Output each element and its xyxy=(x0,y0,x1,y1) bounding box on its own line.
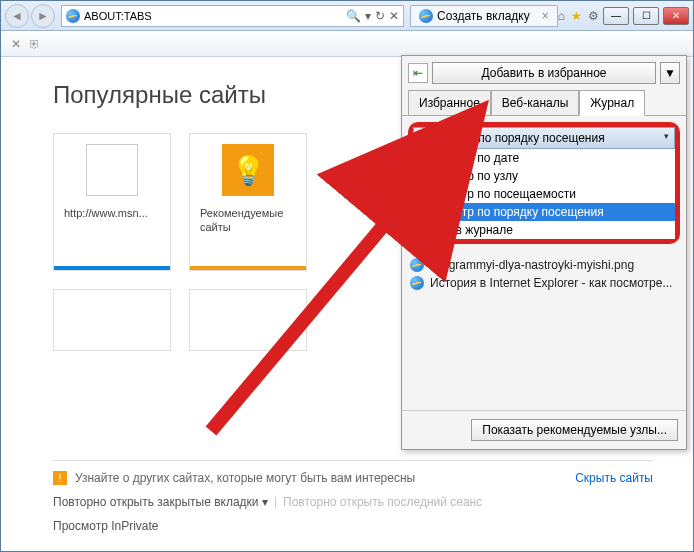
sort-option[interactable]: Поиск в журнале xyxy=(413,221,675,239)
tab-history[interactable]: Журнал xyxy=(579,90,645,116)
maximize-button[interactable]: ☐ xyxy=(633,7,659,25)
close-infobar-icon[interactable]: ✕ xyxy=(11,37,21,51)
close-tab-icon[interactable]: × xyxy=(542,9,549,23)
ie-icon xyxy=(419,9,433,23)
pin-button[interactable]: ⇤ xyxy=(408,63,428,83)
sort-option[interactable]: Просмотр по узлу xyxy=(413,167,675,185)
site-tile[interactable]: http://www.msn... xyxy=(53,133,171,271)
sort-option[interactable]: Просмотр по посещаемости xyxy=(413,185,675,203)
bulb-icon: ! xyxy=(53,471,67,485)
close-button[interactable]: ✕ xyxy=(663,7,689,25)
tab-feeds[interactable]: Веб-каналы xyxy=(491,90,580,116)
browser-tab[interactable]: Создать вкладку × xyxy=(410,5,558,27)
history-list: Programmyi-dlya-nastroyki-myishi.png Ист… xyxy=(402,250,686,410)
back-button[interactable]: ◄ xyxy=(5,4,29,28)
site-tile-empty[interactable] xyxy=(53,289,171,351)
tab-favorites[interactable]: Избранное xyxy=(408,90,491,116)
hide-sites-link[interactable]: Скрыть сайты xyxy=(575,471,653,485)
address-bar[interactable]: 🔍 ▾ ↻ ✕ xyxy=(61,5,404,27)
stop-icon[interactable]: ✕ xyxy=(389,9,399,23)
tile-accent xyxy=(54,266,170,270)
tile-thumb xyxy=(86,144,138,196)
site-tile[interactable]: 💡 Рекомендуемые сайты xyxy=(189,133,307,271)
tile-accent xyxy=(190,266,306,270)
browser-window: ◄ ► 🔍 ▾ ↻ ✕ Создать вкладку × ⌂ ★ ⚙ — ☐ xyxy=(0,0,694,552)
ie-page-icon xyxy=(410,276,424,290)
history-item-label: История в Internet Explorer - как посмот… xyxy=(430,276,672,290)
show-recommended-button[interactable]: Показать рекомендуемые узлы... xyxy=(471,419,678,441)
add-favorites-dropdown[interactable]: ▼ xyxy=(660,62,680,84)
favorites-panel: ⇤ Добавить в избранное ▼ Избранное Веб-к… xyxy=(401,55,687,450)
tile-label: Рекомендуемые сайты xyxy=(200,206,296,235)
reopen-last-session-link: Повторно открыть последний сеанс xyxy=(283,495,482,509)
tab-title: Создать вкладку xyxy=(437,9,530,23)
tile-thumb: 💡 xyxy=(222,144,274,196)
sort-combobox-highlighted: Просмотр по порядку посещения Просмотр п… xyxy=(408,122,680,244)
reopen-closed-tabs-link[interactable]: Повторно открыть закрытые вкладки ▾ xyxy=(53,495,268,509)
tools-gear-icon[interactable]: ⚙ xyxy=(588,9,599,23)
sort-dropdown-list: Просмотр по дате Просмотр по узлу Просмо… xyxy=(413,149,675,239)
history-item-label: Programmyi-dlya-nastroyki-myishi.png xyxy=(430,258,634,272)
history-item[interactable]: Programmyi-dlya-nastroyki-myishi.png xyxy=(410,256,678,274)
ie-icon xyxy=(66,9,80,23)
dropdown-icon[interactable]: ▾ xyxy=(365,9,371,23)
title-bar: ◄ ► 🔍 ▾ ↻ ✕ Создать вкладку × ⌂ ★ ⚙ — ☐ xyxy=(1,1,693,31)
promo-row: ! Узнайте о других сайтах, которые могут… xyxy=(53,460,653,485)
history-item[interactable]: История в Internet Explorer - как посмот… xyxy=(410,274,678,292)
refresh-icon[interactable]: ↻ xyxy=(375,9,385,23)
promo-text: Узнайте о других сайтах, которые могут б… xyxy=(75,471,415,485)
search-icon[interactable]: 🔍 xyxy=(346,9,361,23)
info-bar: ✕ ⛨ xyxy=(1,31,693,57)
forward-button[interactable]: ► xyxy=(31,4,55,28)
home-icon[interactable]: ⌂ xyxy=(558,9,565,23)
shield-icon: ⛨ xyxy=(29,37,41,51)
ie-page-icon xyxy=(410,258,424,272)
inprivate-link[interactable]: Просмотр InPrivate xyxy=(53,519,159,533)
site-tile-empty[interactable] xyxy=(189,289,307,351)
bottom-section: ! Узнайте о других сайтах, которые могут… xyxy=(53,460,653,533)
sort-option[interactable]: Просмотр по порядку посещения xyxy=(413,203,675,221)
sort-option[interactable]: Просмотр по дате xyxy=(413,149,675,167)
favorites-tabstrip: Избранное Веб-каналы Журнал xyxy=(402,90,686,116)
add-to-favorites-button[interactable]: Добавить в избранное xyxy=(432,62,656,84)
minimize-button[interactable]: — xyxy=(603,7,629,25)
address-input[interactable] xyxy=(84,10,342,22)
sort-combobox[interactable]: Просмотр по порядку посещения xyxy=(413,127,675,149)
favorites-star-icon[interactable]: ★ xyxy=(571,9,582,23)
tile-label: http://www.msn... xyxy=(64,206,160,220)
